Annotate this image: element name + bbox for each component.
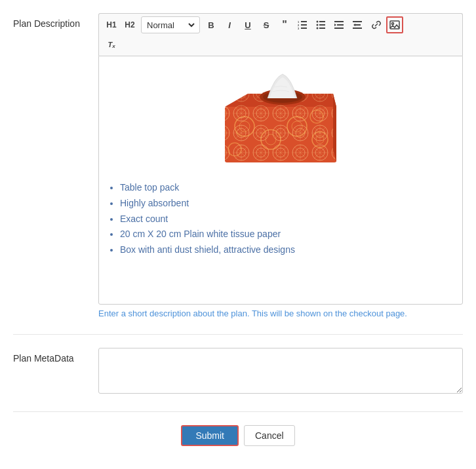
format-select[interactable]: Normal Heading 1 Heading 2 Heading 3: [144, 20, 197, 31]
h1-button[interactable]: H1: [103, 16, 120, 33]
svg-rect-29: [225, 107, 336, 162]
svg-rect-2: [301, 28, 307, 29]
svg-rect-14: [334, 28, 344, 29]
plan-metadata-label: Plan MetaData: [13, 348, 98, 364]
toolbar-row-2: Tx: [103, 36, 458, 53]
list-item-4: 20 cm X 20 cm Plain white tissue paper: [120, 227, 454, 242]
svg-rect-7: [319, 24, 325, 26]
submit-button[interactable]: Submit: [181, 425, 239, 446]
rte-image: [107, 64, 454, 171]
svg-rect-16: [353, 21, 362, 22]
svg-marker-19: [353, 24, 355, 26]
italic-button[interactable]: I: [221, 16, 238, 33]
rte-editor-wrap: H1 H2 Normal Heading 1 Heading 2 Heading…: [98, 13, 463, 318]
list-item-5: Box with anti dust shield, attractive de…: [120, 242, 454, 258]
format-select-wrap[interactable]: Normal Heading 1 Heading 2 Heading 3: [141, 16, 200, 33]
svg-rect-18: [353, 28, 362, 29]
clear-format-button[interactable]: Tx: [103, 36, 120, 53]
plan-description-label: Plan Description: [13, 13, 98, 29]
cancel-button[interactable]: Cancel: [244, 425, 295, 446]
list-item-1: Table top pack: [120, 180, 454, 196]
ordered-list-button[interactable]: 1 2 3: [294, 16, 311, 33]
tissue-box-svg: [212, 64, 349, 169]
svg-rect-8: [319, 28, 325, 29]
svg-point-21: [392, 23, 394, 25]
description-list: Table top pack Highly absorbent Exact co…: [107, 180, 454, 258]
image-button[interactable]: [386, 16, 403, 33]
unordered-list-button[interactable]: [313, 16, 330, 33]
help-text-highlight: plan: [231, 309, 247, 318]
divider-1: [13, 334, 463, 335]
toolbar-row-1: H1 H2 Normal Heading 1 Heading 2 Heading…: [103, 16, 458, 33]
svg-rect-0: [301, 21, 307, 22]
underline-button[interactable]: U: [239, 16, 256, 33]
rte-content-area[interactable]: Table top pack Highly absorbent Exact co…: [98, 56, 463, 305]
svg-rect-1: [301, 24, 307, 26]
svg-point-9: [317, 21, 319, 23]
blockquote-button[interactable]: ": [276, 16, 293, 33]
form-actions: Submit Cancel: [13, 425, 463, 446]
strikethrough-button[interactable]: S: [258, 16, 275, 33]
plan-metadata-row: Plan MetaData: [13, 348, 463, 396]
metadata-wrap: [98, 348, 463, 396]
rte-toolbar: H1 H2 Normal Heading 1 Heading 2 Heading…: [98, 13, 463, 56]
svg-rect-6: [319, 21, 325, 22]
h2-button[interactable]: H2: [121, 16, 138, 33]
indent-left-button[interactable]: [331, 16, 348, 33]
svg-point-10: [317, 24, 319, 26]
bold-button[interactable]: B: [203, 16, 220, 33]
svg-point-11: [317, 28, 319, 29]
help-text: Enter a short description about the plan…: [98, 309, 463, 318]
plan-description-row: Plan Description H1 H2 Normal Heading 1 …: [13, 13, 463, 318]
link-button[interactable]: [368, 16, 385, 33]
svg-rect-13: [337, 24, 344, 26]
metadata-textarea[interactable]: [98, 348, 463, 394]
list-item-3: Exact count: [120, 212, 454, 227]
list-item-2: Highly absorbent: [120, 196, 454, 212]
svg-rect-12: [334, 21, 344, 22]
svg-text:3: 3: [298, 27, 300, 30]
divider-2: [13, 411, 463, 412]
indent-right-button[interactable]: [349, 16, 367, 33]
svg-marker-15: [334, 24, 336, 26]
